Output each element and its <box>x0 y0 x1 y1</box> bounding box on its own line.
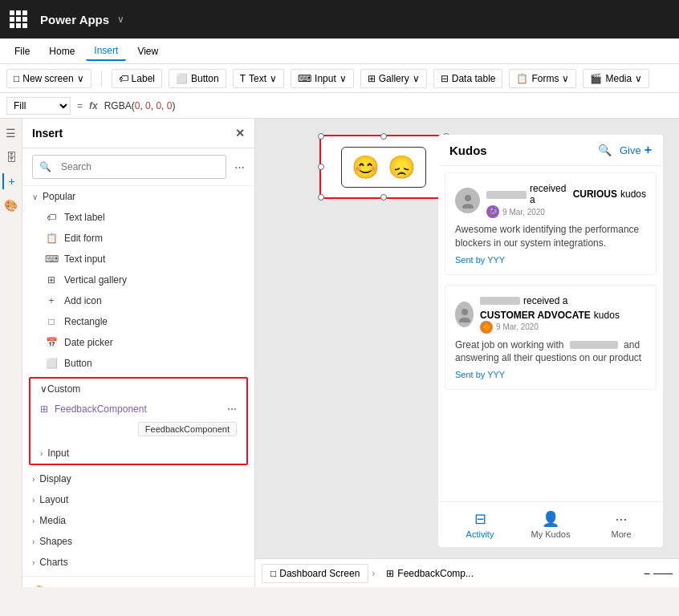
insert-icon[interactable]: + <box>2 173 20 189</box>
gallery-chevron: ∨ <box>413 73 420 84</box>
section-custom[interactable]: ∨ Custom <box>30 379 246 399</box>
menu-view[interactable]: View <box>129 43 166 60</box>
input-button[interactable]: ⌨ Input ∨ <box>291 69 354 88</box>
toolbar: □ New screen ∨ 🏷 Label ⬜ Button T Text ∨… <box>0 64 679 93</box>
svg-point-1 <box>462 204 474 209</box>
edit-form-icon: 📋 <box>45 232 58 245</box>
item-vertical-gallery[interactable]: ⊞ Vertical gallery <box>22 270 254 290</box>
media-icon: 🎬 <box>590 73 602 84</box>
handle-bl <box>318 194 324 201</box>
section-display[interactable]: › Display <box>22 468 254 489</box>
item-edit-form[interactable]: 📋 Edit form <box>22 228 254 249</box>
text-button[interactable]: T Text ∨ <box>233 69 284 88</box>
section-media[interactable]: › Media <box>22 510 254 531</box>
menu-insert[interactable]: Insert <box>86 42 126 61</box>
data-table-label: Data table <box>452 73 496 84</box>
data-table-button[interactable]: ⊟ Data table <box>433 69 503 88</box>
more-tab[interactable]: ··· More <box>586 508 657 542</box>
text-input-name: Text input <box>64 253 105 265</box>
card2-received: received a <box>523 295 567 306</box>
menu-file[interactable]: File <box>6 43 38 60</box>
item-text-input[interactable]: ⌨ Text input <box>22 249 254 270</box>
card1-timestamp: 9 Mar, 2020 <box>502 208 545 217</box>
search-input[interactable] <box>55 158 219 176</box>
svg-point-2 <box>461 309 468 315</box>
formula-text: RGBA(0, 0, 0, 0) <box>104 100 176 111</box>
kudos-card-2: received a CUSTOMER ADVOCATE kudos 🔶 9 M… <box>445 285 657 391</box>
screen-tab-label: Dashboard Screen <box>279 568 360 579</box>
shapes-chevron: › <box>32 537 35 546</box>
sad-icon: 😞 <box>388 154 416 180</box>
item-button[interactable]: ⬜ Button <box>22 353 254 374</box>
button-button[interactable]: ⬜ Button <box>169 69 226 88</box>
get-more-label: Get more components <box>50 586 145 588</box>
custom-chevron: ∨ <box>40 383 47 395</box>
minus-button[interactable]: − <box>644 567 650 580</box>
card1-meta: received a CURIOUS kudos 🔮 9 Mar, 2020 <box>486 183 646 218</box>
feedback-component-options[interactable]: ⋯ <box>227 403 237 415</box>
media-button[interactable]: 🎬 Media ∨ <box>583 69 649 88</box>
item-date-picker[interactable]: 📅 Date picker <box>22 332 254 353</box>
zoom-slider[interactable]: —— <box>653 568 673 579</box>
datasource-icon[interactable]: 🗄 <box>3 149 19 165</box>
close-icon[interactable]: ✕ <box>235 127 245 140</box>
activity-icon: ⊟ <box>474 510 486 528</box>
input-chevron: ∨ <box>340 73 347 84</box>
button-icon: ⬜ <box>176 73 188 84</box>
section-popular[interactable]: ∨ Popular <box>22 186 254 207</box>
panel-body: ∨ Popular 🏷 Text label 📋 Edit form ⌨ Tex… <box>22 186 254 587</box>
gallery-button[interactable]: ⊞ Gallery ∨ <box>360 69 427 88</box>
separator-1 <box>101 71 102 87</box>
kudos-footer: ⊟ Activity 👤 My Kudos ··· More <box>438 501 663 547</box>
button-item-icon: ⬜ <box>45 357 58 370</box>
media-label: Media <box>605 73 632 84</box>
feedback-tab[interactable]: ⊞ FeedbackComp... <box>378 565 482 582</box>
custom-section: ∨ Custom ⊞ FeedbackComponent ⋯ FeedbackC… <box>29 377 248 465</box>
waffle-icon[interactable] <box>10 10 27 28</box>
give-button[interactable]: Give + <box>620 143 652 157</box>
feedback-tab-icon: ⊞ <box>386 568 394 579</box>
activity-label: Activity <box>466 529 494 539</box>
screen-tab[interactable]: □ Dashboard Screen <box>262 564 368 583</box>
forms-label: Forms <box>531 73 559 84</box>
card2-text: Great job on working with and answering … <box>455 338 646 366</box>
activity-tab[interactable]: ⊟ Activity <box>445 507 515 542</box>
theme-icon[interactable]: 🎨 <box>3 197 19 213</box>
app-chevron[interactable]: ∨ <box>117 14 124 25</box>
section-shapes[interactable]: › Shapes <box>22 531 254 552</box>
menu-home[interactable]: Home <box>41 43 83 60</box>
text-input-icon: ⌨ <box>45 253 58 265</box>
text-label-name: Text label <box>64 212 105 223</box>
kudos-title: Kudos <box>449 144 598 157</box>
section-layout[interactable]: › Layout <box>22 489 254 510</box>
svg-point-0 <box>465 195 471 201</box>
forms-button[interactable]: 📋 Forms ∨ <box>509 69 576 88</box>
tree-view-icon[interactable]: ☰ <box>3 125 19 141</box>
new-screen-button[interactable]: □ New screen ∨ <box>6 69 91 88</box>
get-more-components[interactable]: 📦 Get more components <box>22 576 254 587</box>
label-button[interactable]: 🏷 Label <box>112 69 162 88</box>
item-text-label[interactable]: 🏷 Text label <box>22 207 254 228</box>
feedback-component-canvas[interactable]: 😊 😞 <box>319 135 448 199</box>
item-feedback-component[interactable]: ⊞ FeedbackComponent ⋯ <box>30 399 246 419</box>
screen-icon: □ <box>14 73 19 84</box>
item-rectangle[interactable]: □ Rectangle <box>22 311 254 332</box>
card1-badge-icon: 🔮 <box>486 205 499 218</box>
handle-bc <box>380 194 387 201</box>
text-icon: T <box>240 73 246 84</box>
my-kudos-tab[interactable]: 👤 My Kudos <box>515 507 586 542</box>
item-add-icon[interactable]: + Add icon <box>22 290 254 311</box>
search-options-icon[interactable]: ⋯ <box>234 161 245 173</box>
app-name: Power Apps <box>40 13 109 26</box>
feedback-inner: 😊 😞 <box>341 147 426 188</box>
property-select[interactable]: Fill <box>6 97 71 115</box>
section-input[interactable]: › Input <box>30 443 246 464</box>
card2-redacted-name <box>480 295 520 306</box>
custom-label: Custom <box>47 383 80 395</box>
kudos-search-icon[interactable]: 🔍 <box>598 144 612 156</box>
layout-label: Layout <box>39 494 68 505</box>
section-charts[interactable]: › Charts <box>22 552 254 573</box>
media-chevron: ∨ <box>635 73 642 84</box>
display-label: Display <box>39 473 71 484</box>
feedback-tooltip: FeedbackComponent <box>138 422 237 436</box>
